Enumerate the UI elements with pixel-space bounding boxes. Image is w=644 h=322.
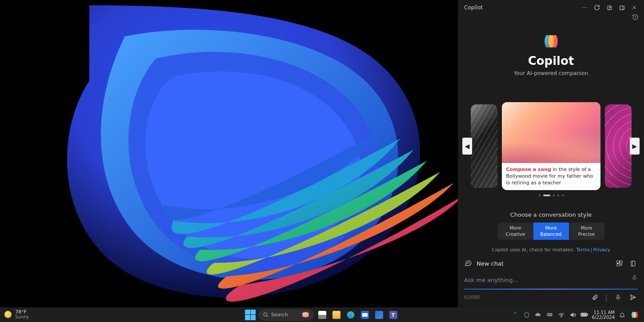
- notifications-icon[interactable]: [618, 311, 626, 319]
- suggestion-card-prev[interactable]: [471, 104, 497, 188]
- security-icon[interactable]: [523, 311, 531, 319]
- svg-rect-13: [634, 275, 636, 278]
- chevron-up-icon[interactable]: ˄: [511, 311, 519, 319]
- task-view-icon[interactable]: [316, 309, 328, 321]
- battery-icon[interactable]: [580, 311, 588, 319]
- mic-icon[interactable]: [613, 292, 623, 302]
- suggestion-card-image: [502, 102, 600, 163]
- file-explorer-icon[interactable]: [330, 309, 342, 321]
- language-icon[interactable]: ⌨: [546, 311, 554, 319]
- svg-point-16: [264, 313, 267, 316]
- style-balanced-button[interactable]: MoreBalanced: [533, 223, 569, 240]
- wifi-icon[interactable]: [557, 311, 565, 319]
- svg-point-7: [469, 263, 469, 263]
- copilot-window-title: Copilot: [461, 4, 578, 11]
- new-chat-label[interactable]: New chat: [477, 260, 611, 267]
- onedrive-icon[interactable]: [534, 311, 542, 319]
- volume-icon[interactable]: [569, 311, 577, 319]
- new-chat-icon: [464, 259, 473, 268]
- send-icon[interactable]: [628, 292, 638, 302]
- carousel-dots: [458, 195, 644, 196]
- svg-rect-9: [620, 261, 622, 263]
- copilot-logo-icon: [541, 31, 561, 52]
- taskbar-copilot-icon[interactable]: [630, 310, 640, 320]
- copilot-heading: Copilot: [528, 54, 574, 68]
- svg-rect-14: [617, 294, 619, 298]
- weather-condition: Sunny: [15, 315, 29, 320]
- history-icon[interactable]: [630, 13, 640, 20]
- open-external-icon[interactable]: [603, 1, 616, 14]
- privacy-link[interactable]: Privacy: [593, 247, 610, 252]
- clock[interactable]: 11:11 AM 6/22/2024: [592, 310, 615, 320]
- disclaimer-text: Copilot uses AI, check for mistakes. Ter…: [492, 247, 610, 252]
- svg-rect-22: [581, 314, 586, 316]
- ask-input[interactable]: [464, 273, 638, 287]
- more-icon[interactable]: ⋯: [578, 1, 591, 14]
- mic-inline-icon[interactable]: [631, 274, 638, 281]
- terms-link[interactable]: Terms: [576, 247, 590, 252]
- svg-point-5: [467, 263, 467, 263]
- taskbar: 78°F Sunny Search 🪷 T ˄: [0, 307, 644, 322]
- style-precise-button[interactable]: MorePrecise: [569, 223, 604, 240]
- weather-widget[interactable]: 78°F Sunny: [4, 310, 120, 319]
- svg-line-17: [266, 316, 268, 317]
- attach-icon[interactable]: [590, 292, 600, 302]
- svg-rect-1: [620, 6, 624, 10]
- svg-rect-8: [617, 261, 619, 263]
- plugins-icon[interactable]: [615, 258, 624, 268]
- svg-rect-10: [617, 264, 619, 266]
- carousel-next-button[interactable]: ▶: [630, 138, 640, 155]
- notebook-icon[interactable]: [628, 258, 638, 268]
- store-icon[interactable]: [359, 309, 370, 321]
- svg-rect-21: [587, 314, 588, 316]
- refresh-icon[interactable]: [591, 1, 603, 14]
- dock-icon[interactable]: [616, 1, 628, 14]
- style-section-label: Choose a conversation style: [510, 211, 592, 218]
- close-icon[interactable]: [628, 1, 640, 14]
- char-counter: 0/2000: [464, 295, 585, 300]
- svg-rect-11: [631, 261, 635, 266]
- suggestion-card[interactable]: Compose a song in the style of a Bollywo…: [502, 102, 600, 190]
- search-highlight-icon: 🪷: [301, 310, 310, 319]
- style-creative-button[interactable]: MoreCreative: [498, 223, 533, 240]
- carousel-prev-button[interactable]: ◀: [462, 138, 472, 155]
- svg-point-6: [468, 263, 469, 263]
- sun-icon: [4, 311, 12, 318]
- style-toggle-group: MoreCreative MoreBalanced MorePrecise: [498, 223, 604, 240]
- start-button[interactable]: [245, 310, 256, 320]
- search-label: Search: [271, 312, 288, 318]
- search-icon: [263, 312, 269, 318]
- svg-point-19: [561, 317, 561, 317]
- edge-icon[interactable]: [345, 309, 356, 321]
- suggestion-card-text: Compose a song in the style of a Bollywo…: [502, 163, 600, 190]
- teams-icon[interactable]: T: [387, 309, 399, 321]
- outlook-icon[interactable]: [373, 309, 385, 321]
- taskbar-search[interactable]: Search 🪷: [258, 309, 314, 321]
- desktop-wallpaper: [0, 0, 458, 307]
- copilot-tagline: Your AI-powered companion: [514, 70, 588, 76]
- suggestion-card-next[interactable]: [605, 104, 632, 188]
- copilot-panel: Copilot ⋯: [458, 0, 644, 307]
